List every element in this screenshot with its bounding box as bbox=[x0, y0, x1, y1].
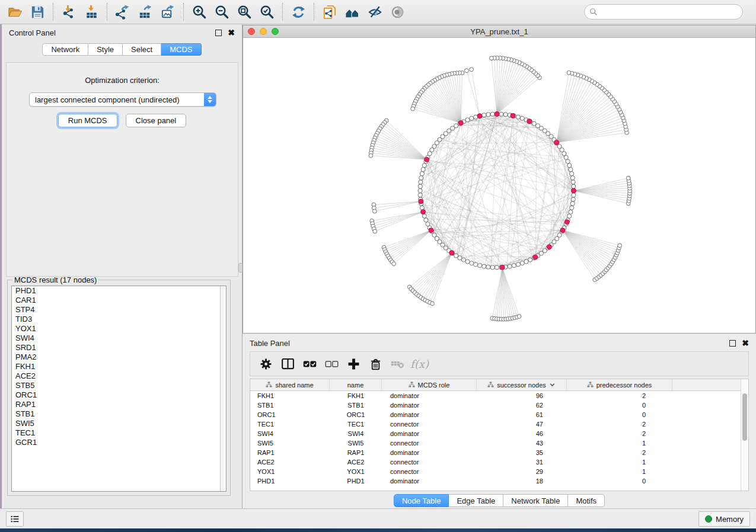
delete-columns-icon[interactable] bbox=[365, 354, 387, 374]
table-cell: SWI4 bbox=[330, 429, 382, 438]
delete-table-icon bbox=[387, 354, 409, 374]
table-row[interactable]: STB1STB1dominator620 bbox=[250, 400, 748, 410]
mcds-node-item[interactable]: ACE2 bbox=[12, 371, 226, 381]
mcds-result-list[interactable]: PHD1CAR1STP4TID3YOX1SWI4SRD1PMA2FKH1ACE2… bbox=[11, 286, 227, 492]
mcds-node-item[interactable]: PMA2 bbox=[12, 352, 226, 362]
tab-network[interactable]: Network bbox=[42, 43, 88, 56]
export-table-icon[interactable] bbox=[134, 2, 157, 22]
table-toolbar: f(x) bbox=[250, 351, 749, 376]
new-network-from-selection-icon[interactable] bbox=[318, 2, 341, 22]
table-cell: YOX1 bbox=[250, 467, 330, 476]
mcds-node-item[interactable]: FKH1 bbox=[12, 362, 226, 371]
table-scrollbar-thumb[interactable] bbox=[742, 393, 747, 441]
window-minimize-icon[interactable] bbox=[260, 28, 267, 35]
memory-button[interactable]: Memory bbox=[698, 511, 750, 527]
table-row[interactable]: YOX1YOX1connector291 bbox=[250, 467, 748, 476]
column-header-predecessor-nodes[interactable]: predecessor nodes bbox=[567, 379, 672, 390]
zoom-in-icon[interactable] bbox=[188, 2, 210, 22]
tab-network-table[interactable]: Network Table bbox=[503, 494, 568, 507]
table-cell: 1 bbox=[567, 457, 672, 467]
mcds-node-item[interactable]: SRD1 bbox=[12, 343, 226, 352]
panel-splitter-handle[interactable] bbox=[238, 263, 243, 273]
close-panel-button[interactable]: Close panel bbox=[126, 114, 187, 127]
save-session-icon[interactable] bbox=[26, 2, 49, 22]
table-cell: ORC1 bbox=[330, 410, 382, 419]
tab-motifs[interactable]: Motifs bbox=[568, 494, 605, 507]
apply-layout-icon[interactable] bbox=[287, 2, 310, 22]
table-panel: Table Panel ✖ f(x) shared namenameMCDS r… bbox=[243, 335, 756, 508]
network-canvas[interactable] bbox=[243, 38, 755, 333]
float-table-panel-icon[interactable] bbox=[729, 340, 736, 347]
import-network-file-icon[interactable] bbox=[58, 2, 80, 22]
table-scrollbar[interactable] bbox=[741, 379, 748, 491]
export-network-icon[interactable] bbox=[111, 2, 134, 22]
run-mcds-button[interactable]: Run MCDS bbox=[58, 114, 117, 127]
table-row[interactable]: SWI5SWI5connector431 bbox=[250, 438, 748, 448]
zoom-fit-icon[interactable] bbox=[233, 2, 256, 22]
mcds-node-item[interactable]: TEC1 bbox=[12, 428, 226, 438]
mcds-list-scrollbar[interactable] bbox=[220, 286, 226, 491]
hide-details-icon[interactable] bbox=[363, 2, 386, 22]
table-row[interactable]: RAP1RAP1dominator352 bbox=[250, 448, 748, 457]
network-window-title: YPA_prune.txt_1 bbox=[470, 27, 528, 36]
zoom-out-icon[interactable] bbox=[210, 2, 233, 22]
window-maximize-icon[interactable] bbox=[272, 28, 279, 35]
mcds-result-items: PHD1CAR1STP4TID3YOX1SWI4SRD1PMA2FKH1ACE2… bbox=[12, 286, 226, 447]
split-panel-icon[interactable] bbox=[277, 354, 299, 374]
task-history-button[interactable] bbox=[6, 511, 24, 527]
column-header-shared-name[interactable]: shared name bbox=[250, 379, 330, 390]
mcds-node-item[interactable]: TID3 bbox=[12, 315, 226, 324]
column-settings-icon[interactable] bbox=[255, 354, 277, 374]
open-session-icon[interactable] bbox=[4, 2, 26, 22]
table-row[interactable]: SWI4SWI4dominator462 bbox=[250, 429, 748, 438]
mcds-node-item[interactable]: RAP1 bbox=[12, 400, 226, 409]
zoom-selected-icon[interactable] bbox=[256, 2, 278, 22]
mcds-node-item[interactable]: SWI4 bbox=[12, 334, 226, 343]
memory-status-icon bbox=[705, 515, 712, 523]
column-header-successor-nodes[interactable]: successor nodes bbox=[477, 379, 567, 390]
table-panel-title: Table Panel bbox=[250, 339, 290, 348]
window-close-icon[interactable] bbox=[248, 28, 255, 35]
mcds-node-item[interactable]: YOX1 bbox=[12, 324, 226, 334]
import-table-file-icon[interactable] bbox=[80, 2, 103, 22]
close-panel-icon[interactable]: ✖ bbox=[228, 30, 235, 36]
add-column-icon[interactable] bbox=[343, 354, 365, 374]
tab-select[interactable]: Select bbox=[123, 43, 161, 56]
tab-edge-table[interactable]: Edge Table bbox=[449, 494, 503, 507]
search-input[interactable] bbox=[584, 4, 743, 20]
table-cell: 35 bbox=[477, 448, 567, 457]
show-details-icon[interactable] bbox=[386, 2, 409, 22]
float-panel-icon[interactable] bbox=[215, 30, 222, 36]
table-cell: 0 bbox=[567, 410, 672, 419]
tab-mcds[interactable]: MCDS bbox=[161, 43, 201, 56]
mcds-node-item[interactable]: SWI5 bbox=[12, 419, 226, 428]
table-cell: dominator bbox=[382, 410, 477, 419]
table-row[interactable]: TEC1TEC1connector472 bbox=[250, 419, 748, 429]
table-cell: dominator bbox=[382, 476, 477, 486]
mcds-node-item[interactable]: CAR1 bbox=[12, 296, 226, 305]
table-row[interactable]: FKH1FKH1dominator962 bbox=[250, 391, 748, 400]
unselect-all-rows-icon[interactable] bbox=[321, 354, 343, 374]
mcds-node-item[interactable]: PHD1 bbox=[12, 286, 226, 296]
close-table-panel-icon[interactable]: ✖ bbox=[742, 340, 749, 347]
mcds-node-item[interactable]: STB5 bbox=[12, 381, 226, 390]
table-cell: 61 bbox=[477, 410, 567, 419]
criterion-select[interactable]: largest connected component (undirected) bbox=[29, 92, 216, 107]
mcds-node-item[interactable]: GCR1 bbox=[12, 438, 226, 447]
table-row[interactable]: ORC1ORC1dominator610 bbox=[250, 410, 748, 419]
tab-style[interactable]: Style bbox=[88, 43, 123, 56]
first-neighbors-icon[interactable] bbox=[341, 2, 363, 22]
select-all-rows-icon[interactable] bbox=[299, 354, 321, 374]
tab-node-table[interactable]: Node Table bbox=[394, 494, 449, 507]
table-cell: 2 bbox=[567, 391, 672, 400]
export-image-icon[interactable] bbox=[157, 2, 179, 22]
column-header-name[interactable]: name bbox=[330, 379, 382, 390]
mcds-node-item[interactable]: STB1 bbox=[12, 409, 226, 419]
column-header-MCDS-role[interactable]: MCDS role bbox=[382, 379, 477, 390]
mcds-node-item[interactable]: ORC1 bbox=[12, 390, 226, 400]
network-window-titlebar[interactable]: YPA_prune.txt_1 bbox=[243, 25, 755, 38]
table-row[interactable]: ACE2ACE2connector311 bbox=[250, 457, 748, 467]
table-cell: SWI4 bbox=[250, 429, 330, 438]
mcds-node-item[interactable]: STP4 bbox=[12, 305, 226, 315]
table-row[interactable]: PHD1PHD1dominator180 bbox=[250, 476, 748, 486]
